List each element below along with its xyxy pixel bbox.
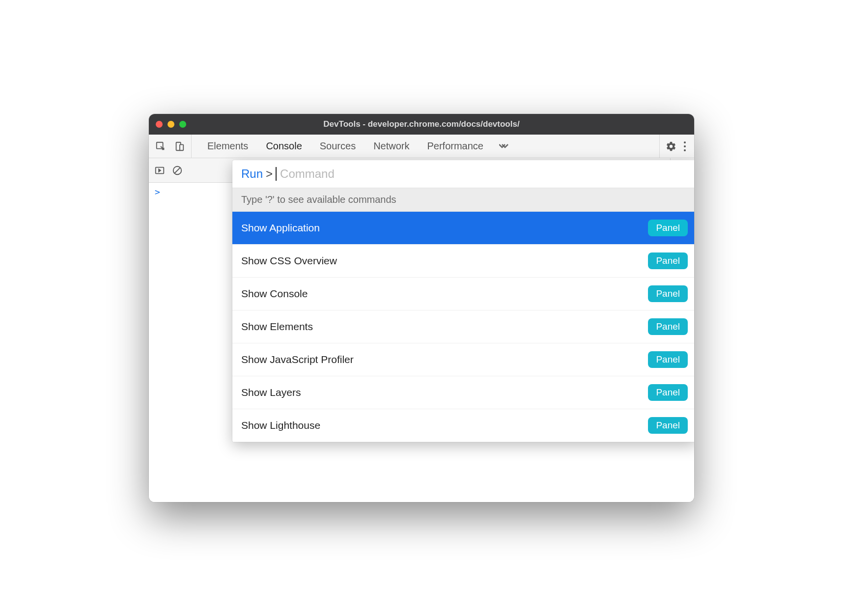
command-item-show-css-overview[interactable]: Show CSS Overview Panel [232,245,694,278]
command-menu: Run > Command Type '?' to see available … [232,160,694,442]
console-prompt-symbol: > [155,187,160,197]
device-toggle-icon[interactable] [173,140,185,152]
command-hint: Type '?' to see available commands [232,188,694,212]
tab-sources[interactable]: Sources [311,135,365,158]
command-item-label: Show Console [241,288,308,300]
panel-badge: Panel [648,351,688,368]
toolbar-right-group [659,135,694,158]
command-item-show-layers[interactable]: Show Layers Panel [232,376,694,409]
titlebar: DevTools - developer.chrome.com/docs/dev… [149,114,694,135]
command-placeholder: Command [280,167,335,181]
panel-badge: Panel [648,220,688,236]
tab-performance[interactable]: Performance [419,135,493,158]
devtools-window: DevTools - developer.chrome.com/docs/dev… [149,114,694,502]
traffic-lights [156,121,186,128]
panel-badge: Panel [648,252,688,269]
tab-elements[interactable]: Elements [198,135,257,158]
command-item-label: Show Application [241,222,320,234]
more-options-icon[interactable] [680,141,689,151]
command-input-row[interactable]: Run > Command [232,160,694,188]
command-item-label: Show Layers [241,387,301,398]
panel-badge: Panel [648,285,688,302]
maximize-window-button[interactable] [179,121,186,128]
command-item-show-console[interactable]: Show Console Panel [232,278,694,310]
svg-line-6 [175,168,180,173]
command-item-show-elements[interactable]: Show Elements Panel [232,310,694,343]
panel-tabs: Elements Console Sources Network Perform… [192,135,659,158]
toolbar-left-group [149,135,192,158]
command-item-show-application[interactable]: Show Application Panel [232,212,694,245]
text-cursor [276,167,277,181]
command-caret: > [266,167,273,181]
panel-badge: Panel [648,384,688,401]
command-run-label: Run [241,167,263,181]
clear-console-icon[interactable] [171,165,183,176]
settings-gear-icon[interactable] [665,140,677,153]
console-sidebar-toggle-icon[interactable] [154,165,166,176]
inspect-element-icon[interactable] [155,140,167,152]
tab-console[interactable]: Console [257,135,310,158]
command-item-label: Show JavaScript Profiler [241,354,354,365]
command-item-label: Show CSS Overview [241,255,337,267]
tab-network[interactable]: Network [365,135,418,158]
window-title: DevTools - developer.chrome.com/docs/dev… [149,119,694,129]
svg-marker-4 [159,169,161,172]
panel-badge: Panel [648,318,688,335]
minimize-window-button[interactable] [168,121,174,128]
command-item-label: Show Lighthouse [241,420,320,431]
devtools-toolbar: Elements Console Sources Network Perform… [149,135,694,158]
command-item-label: Show Elements [241,321,313,333]
svg-rect-2 [180,144,183,150]
close-window-button[interactable] [156,121,163,128]
more-tabs-icon[interactable] [492,135,517,158]
command-item-show-lighthouse[interactable]: Show Lighthouse Panel [232,409,694,442]
command-item-show-javascript-profiler[interactable]: Show JavaScript Profiler Panel [232,343,694,376]
command-list: Show Application Panel Show CSS Overview… [232,212,694,442]
panel-badge: Panel [648,417,688,434]
